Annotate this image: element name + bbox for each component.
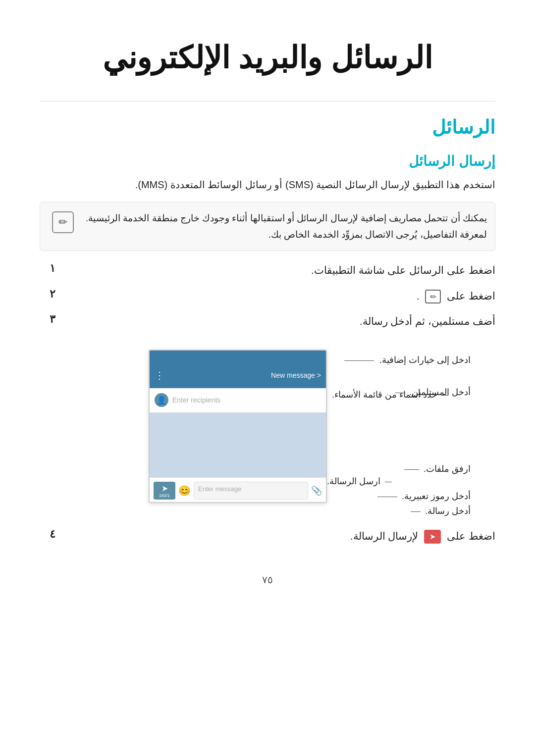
phone-menu-button[interactable]: ⋮	[155, 369, 165, 381]
sub-heading: إرسال الرسائل	[40, 153, 495, 169]
step-3-text: أضف مستلمين، ثم أدخل رسالة.	[62, 313, 495, 330]
note-text: يمكنك أن تتحمل مصاريف إضافية لإرسال الرس…	[82, 210, 487, 243]
main-title: الرسائل والبريد الإلكتروني	[40, 40, 495, 76]
annotation-enter-message: أدخل رسالة.	[411, 505, 471, 516]
mockup-section: < New message ⋮ Enter recipients 👤 📎 Ent…	[64, 345, 471, 513]
step-1: ١ اضغط على الرسائل على شاشة التطبيقات.	[40, 262, 495, 279]
phone-recipients-input[interactable]: Enter recipients	[172, 396, 321, 404]
step-4: ٤ اضغط على ➤ لإرسال الرسالة.	[40, 528, 495, 545]
step-4-text: اضغط على ➤ لإرسال الرسالة.	[62, 528, 495, 545]
step-3: ٣ أضف مستلمين، ثم أدخل رسالة.	[40, 313, 495, 330]
phone-send-icon: ➤	[161, 484, 168, 493]
phone-contacts-icon[interactable]: 👤	[155, 393, 168, 407]
compose-icon: ✏	[425, 290, 441, 303]
section-heading: الرسائل	[40, 116, 495, 138]
phone-counter: 160/1	[159, 493, 170, 498]
page: الرسائل والبريد الإلكتروني الرسائل إرسال…	[0, 0, 535, 756]
phone-status-bar	[150, 351, 326, 362]
step-1-text: اضغط على الرسائل على شاشة التطبيقات.	[62, 262, 495, 279]
phone-app-header: < New message ⋮	[150, 362, 326, 388]
note-icon: ✏	[52, 211, 74, 233]
phone-attach-icon[interactable]: 📎	[311, 485, 322, 496]
step-3-number: ٣	[40, 313, 55, 326]
intro-text: استخدم هذا التطبيق لإرسال الرسائل النصية…	[40, 176, 495, 193]
phone-screen: < New message ⋮ Enter recipients 👤 📎 Ent…	[149, 350, 327, 503]
phone-bottom-bar: 📎 Enter message 😊 ➤ 160/1	[150, 477, 326, 503]
steps-list-4: ٤ اضغط على ➤ لإرسال الرسالة.	[40, 528, 495, 545]
step-1-number: ١	[40, 262, 55, 275]
annotation-attach-files: ارفق ملفات.	[404, 463, 471, 474]
phone-message-input[interactable]: Enter message	[194, 482, 308, 500]
phone-send-button[interactable]: ➤ 160/1	[154, 482, 175, 500]
phone-message-area	[150, 413, 326, 477]
step-2-number: ٢	[40, 288, 55, 301]
annotation-add-emoji: أدخل رموز تعبيرية.	[377, 491, 471, 502]
step-2: ٢ اضغط على ✏ .	[40, 288, 495, 304]
annotation-send-message: ارسل الرسالة.	[327, 476, 392, 487]
divider	[40, 101, 495, 101]
steps-list: ١ اضغط على الرسائل على شاشة التطبيقات. ٢…	[40, 262, 495, 330]
step-4-number: ٤	[40, 528, 55, 541]
phone-recipients-row: Enter recipients 👤	[150, 388, 326, 413]
send-arrow-icon: ➤	[424, 530, 441, 544]
phone-emoji-icon[interactable]: 😊	[178, 485, 191, 497]
annotation-more-options: ادخل إلى خيارات إضافية.	[344, 354, 471, 365]
page-number: ٧٥	[40, 574, 495, 586]
phone-back-button[interactable]: < New message	[271, 371, 321, 379]
annotation-select-names: حدد أسماء من قائمة الأسماء.	[332, 389, 448, 400]
step-2-text: اضغط على ✏ .	[62, 288, 495, 304]
note-box: ✏ يمكنك أن تتحمل مصاريف إضافية لإرسال ال…	[40, 202, 495, 251]
